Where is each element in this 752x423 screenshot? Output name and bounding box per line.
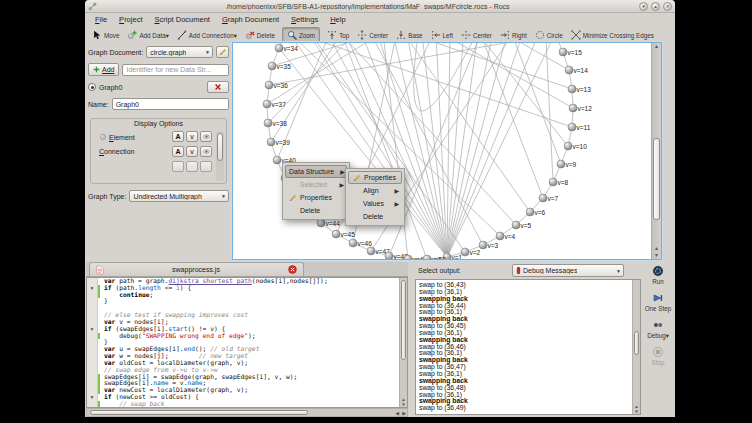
- menu-project[interactable]: Project: [113, 14, 148, 25]
- graph-node[interactable]: v=35: [268, 62, 291, 70]
- gutter-line[interactable]: [87, 333, 97, 340]
- gutter-line[interactable]: ▼: [87, 285, 97, 292]
- graph-edge[interactable]: [545, 43, 553, 182]
- scroll-right-icon[interactable]: ▶: [402, 409, 406, 416]
- minimize-button[interactable]: ▾: [639, 2, 648, 11]
- gutter-line[interactable]: [87, 346, 97, 353]
- gutter-line[interactable]: [87, 305, 97, 312]
- toolbar-left-button[interactable]: Left: [427, 27, 458, 43]
- toolbar-zoom-button[interactable]: Zoom: [282, 27, 320, 43]
- graph-canvas[interactable]: v=1v=2v=3v=4v=5v=6v=7v=8v=9v=10v=11v=12v…: [232, 42, 662, 260]
- toolbar-top-button[interactable]: Top: [323, 27, 353, 43]
- gutter-line[interactable]: [87, 278, 97, 285]
- maximize-button[interactable]: ▴: [651, 2, 660, 11]
- menu-script-document[interactable]: Script Document: [148, 14, 215, 25]
- toolbar-center-button[interactable]: Center: [353, 27, 392, 43]
- gutter-line[interactable]: [87, 387, 97, 394]
- graph-node[interactable]: v=37: [263, 100, 286, 108]
- edit-document-button[interactable]: [216, 46, 229, 58]
- menu-item-data-structure[interactable]: Data Structure▶: [285, 165, 347, 178]
- graph-node[interactable]: v=10: [564, 142, 587, 150]
- graph-node[interactable]: v=12: [569, 104, 592, 112]
- menu-item-delete[interactable]: Delete: [348, 210, 402, 223]
- close-tab-icon[interactable]: [288, 265, 297, 274]
- toolbar-move-button[interactable]: Move: [88, 27, 123, 43]
- menu-item-delete[interactable]: Delete: [285, 204, 347, 217]
- code-area[interactable]: var path = graph.dijkstra_shortest_path(…: [98, 278, 399, 407]
- menu-item-values[interactable]: Values▶: [348, 197, 402, 210]
- graph-type-combo[interactable]: Undirected Multigraph ▼: [129, 190, 229, 202]
- show-names-button[interactable]: A: [172, 131, 184, 142]
- scroll-left-icon[interactable]: ◀: [395, 409, 399, 416]
- graph-node[interactable]: v=2: [461, 248, 481, 256]
- eye-icon[interactable]: [200, 131, 212, 142]
- toolbar-add-data-button[interactable]: Add Data▾: [123, 27, 172, 43]
- gutter-line[interactable]: ▼: [87, 326, 97, 333]
- graph-node[interactable]: v=44: [317, 219, 340, 227]
- graph-node[interactable]: v=4: [496, 232, 516, 240]
- graph-edge[interactable]: [447, 43, 555, 257]
- title-bar[interactable]: /home/phoenixx/SFB/SFB-A1-repository/Imp…: [85, 0, 675, 13]
- menu-item-align[interactable]: Align▶: [348, 184, 402, 197]
- graph-node[interactable]: v=13: [568, 85, 591, 93]
- graph-node[interactable]: v=15: [559, 48, 582, 56]
- gutter-line[interactable]: [87, 367, 97, 374]
- identifier-input[interactable]: Identifier for new Data Str...: [122, 64, 229, 76]
- menu-item-properties[interactable]: Properties: [348, 171, 402, 184]
- toolbar-delete-button[interactable]: Delete: [241, 27, 279, 43]
- graph-node[interactable]: v=6: [526, 208, 546, 216]
- run-button[interactable]: Run: [642, 265, 674, 285]
- graph-node[interactable]: v=46: [349, 239, 372, 247]
- graph-node[interactable]: v=39: [267, 138, 290, 146]
- editor-horizontal-scrollbar[interactable]: ◀ ▶: [86, 408, 408, 417]
- gutter-line[interactable]: ▼: [87, 394, 97, 401]
- menu-graph-document[interactable]: Graph Document: [216, 14, 285, 25]
- graph-node[interactable]: v=34: [275, 44, 298, 52]
- editor-vertical-scrollbar[interactable]: ▲ ▼: [399, 278, 407, 407]
- gutter-line[interactable]: [87, 353, 97, 360]
- scroll-up-icon[interactable]: ▲: [652, 245, 661, 252]
- scroll-down-icon[interactable]: ▼: [400, 402, 407, 407]
- graph-node[interactable]: v=7: [539, 194, 559, 202]
- graph-edge[interactable]: [451, 43, 543, 198]
- output-vertical-scrollbar[interactable]: ▲ ▼: [632, 280, 640, 414]
- graph-node[interactable]: v=9: [557, 160, 577, 168]
- graph-node[interactable]: v=38: [264, 119, 287, 127]
- partial-button[interactable]: [200, 161, 212, 172]
- graph0-radio[interactable]: [88, 83, 96, 91]
- graph-node[interactable]: v=14: [565, 66, 588, 74]
- gutter-line[interactable]: [87, 380, 97, 387]
- name-input[interactable]: Graph0: [112, 98, 229, 110]
- toolbar-base-button[interactable]: Base: [392, 27, 426, 43]
- scroll-down-icon[interactable]: ▼: [652, 252, 661, 259]
- code-editor[interactable]: ▼▼▼ var path = graph.dijkstra_shortest_p…: [86, 277, 408, 408]
- graph-node[interactable]: v=8: [549, 178, 569, 186]
- graph-document-combo[interactable]: circle.graph ▼: [146, 46, 213, 58]
- gutter-line[interactable]: [87, 298, 97, 305]
- graph-edge[interactable]: [487, 43, 561, 164]
- graph-node[interactable]: v=5: [512, 221, 532, 229]
- gutter-line[interactable]: [87, 360, 97, 367]
- menu-file[interactable]: File: [89, 14, 113, 25]
- show-values-button[interactable]: v: [186, 146, 198, 157]
- scroll-down-icon[interactable]: ▼: [633, 409, 640, 414]
- one-step-button[interactable]: One Step: [642, 292, 674, 312]
- graph-drawing[interactable]: v=1v=2v=3v=4v=5v=6v=7v=8v=9v=10v=11v=12v…: [233, 43, 651, 259]
- graph-edge[interactable]: [271, 43, 393, 142]
- gutter-line[interactable]: [87, 319, 97, 326]
- show-values-button[interactable]: v: [186, 131, 198, 142]
- partial-button[interactable]: [186, 161, 198, 172]
- graph-edge[interactable]: [447, 43, 487, 257]
- toolbar-minimize-crossing-edges-button[interactable]: Minimize Crossing Edges: [567, 27, 658, 43]
- toolbar-add-connection-button[interactable]: Add Connection▾: [173, 27, 241, 43]
- debug-button[interactable]: Debug▾: [642, 319, 674, 339]
- scroll-up-icon[interactable]: ▲: [652, 43, 661, 50]
- partial-button[interactable]: [172, 161, 184, 172]
- graph-node[interactable]: v=50: [423, 255, 446, 259]
- close-button[interactable]: ✕: [663, 2, 672, 11]
- delete-graph-button[interactable]: [207, 81, 229, 93]
- show-names-button[interactable]: A: [172, 146, 184, 157]
- gutter-line[interactable]: [87, 374, 97, 381]
- canvas-vertical-scrollbar[interactable]: ▲ ▲ ▼: [651, 43, 661, 259]
- display-options-scrollbar[interactable]: [216, 131, 224, 181]
